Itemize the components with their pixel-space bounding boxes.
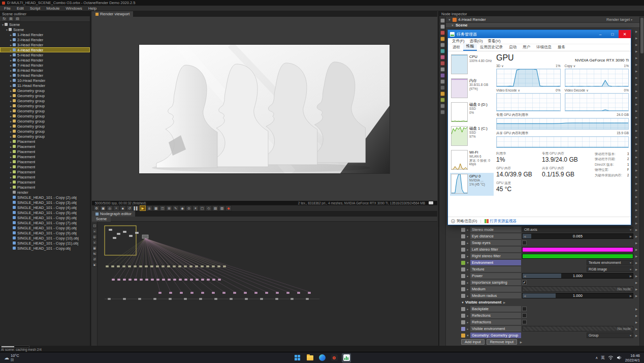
nodegraph-canvas-svg[interactable] xyxy=(98,222,437,346)
pan-icon[interactable]: + xyxy=(92,229,97,233)
tree-item-single-head-101-copy-2-obj[interactable]: SINGLE_HEAD_101 - Copy (2).obj xyxy=(0,195,90,200)
expander-icon[interactable]: ▼ xyxy=(448,18,451,21)
tree-item-placement[interactable]: ▸Placement xyxy=(0,149,90,154)
octane-icon[interactable] xyxy=(330,353,339,362)
tree-item-scene[interactable]: ▾Scene xyxy=(0,27,90,32)
tree-item-render[interactable]: render xyxy=(0,190,90,195)
tree-item-placement[interactable]: ▸Placement xyxy=(0,144,90,149)
tree-item-single-head-101-copy-8-obj[interactable]: SINGLE_HEAD_101 - Copy (8).obj xyxy=(0,225,90,230)
tree-item-single-head-101-copy-5-obj[interactable]: SINGLE_HEAD_101 - Copy (5).obj xyxy=(0,210,90,215)
stereo-mode-dropdown[interactable]: Off-axis▾ xyxy=(522,227,633,232)
tree-item-geometry-group[interactable]: ▸Geometry group xyxy=(0,134,90,139)
node-type-dropdown[interactable]: Render target▾ xyxy=(606,17,632,22)
tree-item-single-head-101-copy-7-obj[interactable]: SINGLE_HEAD_101 - Copy (7).obj xyxy=(0,220,90,225)
grid-icon[interactable]: ▦ xyxy=(92,246,97,250)
placement-node-icon[interactable] xyxy=(440,98,445,102)
restart-render-icon[interactable]: ↺ xyxy=(126,205,133,211)
volume-icon[interactable] xyxy=(617,355,622,360)
tree-item-placement[interactable]: ▸Placement xyxy=(0,185,90,190)
postproc-node-icon[interactable] xyxy=(440,85,445,90)
nodegraph-editor[interactable]: ▢+◎x▦⇆↺■ xyxy=(92,222,437,346)
ime-indicator[interactable]: 英 xyxy=(601,355,605,360)
menu-item-file[interactable]: File xyxy=(1,6,14,11)
tree-item-11-head-render[interactable]: ▸11-Head Render xyxy=(0,83,90,88)
tree-item-placement[interactable]: ▸Placement xyxy=(0,169,90,174)
tree-item-geometry-group[interactable]: ▸Geometry group xyxy=(0,88,90,93)
film-settings-icon[interactable]: ▦ xyxy=(153,205,159,211)
medium-node-slot[interactable]: No node xyxy=(522,286,633,292)
weather-widget[interactable]: ☁ 10°C 阴 xyxy=(0,353,23,362)
tm-card-gpu-0[interactable]: GPU 0NVIDIA ...1% (45 °C) xyxy=(450,173,494,196)
start-icon[interactable] xyxy=(293,353,302,362)
maximize-button[interactable]: □ xyxy=(606,30,619,38)
expander-icon[interactable]: ▼ xyxy=(451,24,454,27)
tm-tab-[interactable]: 性能 xyxy=(463,43,477,51)
environment-node-icon[interactable] xyxy=(440,37,445,41)
tm-card-[interactable]: 内存30.8/31.8 GB (97%) xyxy=(450,77,494,100)
tm-card-cpu[interactable]: CPU100% 4.80 GHz xyxy=(450,53,494,76)
inspector-scrollbar[interactable] xyxy=(639,17,644,346)
reflections-checkbox[interactable] xyxy=(522,313,527,318)
texture-dropdown[interactable]: RGB image▾ xyxy=(587,266,633,272)
scrollbar-thumb[interactable] xyxy=(640,18,643,53)
save-image-icon[interactable]: ⇊ xyxy=(146,205,152,211)
displacement-node-icon[interactable] xyxy=(440,73,445,78)
mesh-node-icon[interactable] xyxy=(440,18,445,23)
material-node-icon[interactable] xyxy=(440,55,445,59)
tree-item-8-head-render[interactable]: ▸8-Head Render xyxy=(0,68,90,73)
expand-all-icon[interactable]: ⊞ xyxy=(8,17,14,21)
tm-tab-[interactable]: 应用历史记录 xyxy=(477,44,506,51)
tm-menu-o[interactable]: 选项(O) xyxy=(467,39,486,44)
open-resource-monitor-link[interactable]: 打开资源监视器 xyxy=(485,219,517,224)
tree-item-1-head-render[interactable]: ▸1-Head Render xyxy=(0,32,90,37)
wifi-icon[interactable] xyxy=(608,355,614,360)
tree-item-geometry-group[interactable]: ▸Geometry group xyxy=(0,108,90,113)
tree-item-placement[interactable]: ▸Placement xyxy=(0,139,90,144)
menu-item-script[interactable]: Script xyxy=(27,6,43,11)
power-slider[interactable]: ◀1.000▶ xyxy=(522,273,633,279)
task-manager-icon[interactable] xyxy=(342,353,351,362)
progress-slider-handle[interactable] xyxy=(429,201,433,204)
geometry-group-node-icon[interactable] xyxy=(440,92,445,96)
environment-dropdown[interactable]: Texture environment▾ xyxy=(587,260,633,265)
remove-input-button[interactable]: Remove input xyxy=(487,339,517,345)
tab-scene-graph[interactable]: Scene xyxy=(92,217,111,222)
selected-node-row[interactable]: ▼ 4-Head Render Render target▾ xyxy=(446,17,639,22)
importance-sampling-checkbox[interactable]: ✓ xyxy=(522,280,527,285)
refractions-checkbox[interactable] xyxy=(522,320,527,324)
arrange-icon[interactable]: ⇆ xyxy=(92,251,97,256)
resolution-lock-icon[interactable]: ▣ xyxy=(100,205,106,211)
task-manager-window[interactable]: 任务管理器 –□✕ 文件(F)选项(O)查看(V) 进程性能应用历史记录启动用户… xyxy=(447,29,631,225)
delete-node-icon[interactable]: x xyxy=(92,240,97,245)
render-viewport[interactable] xyxy=(92,17,437,201)
material-picker-icon[interactable]: ◇ xyxy=(206,205,212,211)
tm-tab-[interactable]: 服务 xyxy=(555,44,568,51)
menu-item-windows[interactable]: Windows xyxy=(62,6,85,11)
sun-direction-icon[interactable]: ☀ xyxy=(192,205,199,211)
tree-item-5-head-render[interactable]: ▸5-Head Render xyxy=(0,52,90,57)
pause-render-icon[interactable]: ▌▌ xyxy=(133,205,139,211)
tab-nodegraph-editor[interactable]: Nodegraph editor xyxy=(92,211,135,217)
tm-tab-[interactable]: 进程 xyxy=(449,44,463,51)
right-stereo-filter-color-swatch[interactable] xyxy=(522,254,633,259)
close-button[interactable]: ✕ xyxy=(619,30,631,38)
tm-tab-[interactable]: 启动 xyxy=(506,44,520,51)
tray-overflow-icon[interactable]: ∧ xyxy=(595,356,598,360)
tree-item-4-head-render[interactable]: ▸4-Head Render xyxy=(0,47,90,52)
subsample-icon[interactable]: ⊞ xyxy=(166,205,172,211)
focus-picker-icon[interactable]: ◉ xyxy=(179,205,185,211)
tree-item-placement[interactable]: ▸Placement xyxy=(0,174,90,179)
menu-item-module[interactable]: Module xyxy=(43,6,62,11)
refresh-icon[interactable]: ↻ xyxy=(2,17,7,21)
tree-item-placement[interactable]: ▸Placement xyxy=(0,159,90,164)
tm-tab-[interactable]: 详细信息 xyxy=(533,44,555,51)
crosshair-icon[interactable]: + xyxy=(113,205,119,211)
tm-card-wi-fi[interactable]: Wi-FiWLAN 6发送: 0 接收: 0 kbps xyxy=(450,149,494,172)
tree-item-10-head-render[interactable]: ▸10-Head Render xyxy=(0,78,90,83)
tree-item-3-head-render[interactable]: ▸3-Head Render xyxy=(0,42,90,47)
box-select-icon[interactable]: ▢ xyxy=(92,223,97,228)
left-stereo-filter-color-swatch[interactable] xyxy=(522,247,633,252)
emission-node-icon[interactable] xyxy=(440,61,445,66)
render-target-node-icon[interactable] xyxy=(440,31,445,35)
tm-menu-v[interactable]: 查看(V) xyxy=(485,39,503,44)
